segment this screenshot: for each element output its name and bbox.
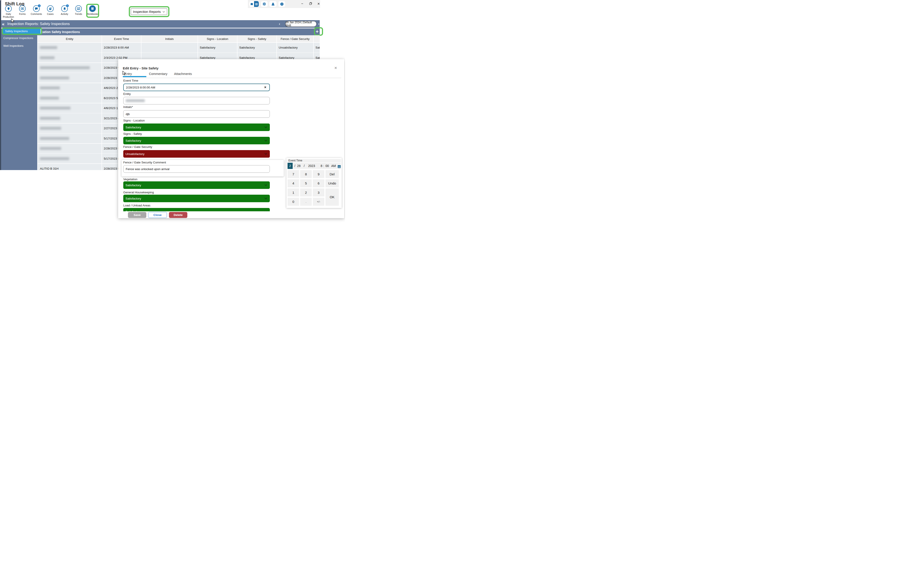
keypad-minute-segment[interactable]: 00: [325, 163, 329, 169]
general-housekeeping-label: General Housekeeping: [123, 191, 154, 194]
help-button[interactable]: ?: [278, 1, 285, 7]
redacted-entity-value: [40, 127, 61, 130]
fence-gate-security-label: Fence / Gate Security: [123, 145, 152, 149]
key-8[interactable]: 8: [300, 170, 312, 178]
keypad-date-row: 2 / 28 / 2023 8 : 00 AM: [288, 163, 341, 169]
app-window: Shift Log Daily Production Forms ! Comme…: [0, 0, 345, 223]
key-0[interactable]: 0: [288, 198, 299, 206]
map-pin-icon: [5, 5, 12, 12]
key-undo[interactable]: Undo: [325, 179, 339, 187]
key-1[interactable]: 1: [288, 189, 299, 196]
entity-redacted-value: [126, 99, 145, 102]
signs-safety-select[interactable]: Satisfactory: [123, 137, 270, 144]
workbook-selector-highlight-annotation: [129, 6, 170, 17]
keypad-day-segment[interactable]: 28: [297, 163, 300, 169]
key-ok[interactable]: OK: [325, 189, 339, 206]
close-button[interactable]: Close: [148, 212, 167, 218]
toolbar-item-forms[interactable]: Forms: [15, 5, 29, 16]
column-header-initials[interactable]: Initials: [141, 35, 197, 42]
table-cell-entity: [38, 123, 102, 133]
fence-comment-label: Fence / Gate Security Comment: [123, 161, 166, 164]
key-9[interactable]: 9: [313, 170, 325, 178]
table-cell-event-time: 2/28/2023 8:00 AM: [102, 43, 141, 53]
tab-attachments[interactable]: Attachments: [174, 72, 192, 76]
key-7[interactable]: 7: [288, 170, 299, 178]
close-window-button[interactable]: ×: [316, 1, 321, 6]
date-shift-pill[interactable]: 16 Jan 2024 | Default Shift: [285, 21, 317, 27]
road-button[interactable]: [270, 1, 276, 7]
add-entry-highlight-annotation: [314, 27, 323, 36]
toolbar-item-trends[interactable]: Trends: [71, 5, 86, 16]
entity-input[interactable]: [123, 97, 270, 105]
key-6[interactable]: 6: [313, 179, 325, 187]
redacted-entity-value: [40, 46, 57, 49]
toolbar-item-activity[interactable]: ! Activity: [57, 5, 72, 16]
toolbar-item-label: Activity: [57, 13, 72, 16]
modal-close-icon[interactable]: ×: [334, 65, 337, 71]
keypad-month-segment[interactable]: 2: [288, 163, 292, 169]
table-cell-entity: [38, 103, 102, 113]
entity-label: Entity: [123, 92, 131, 95]
vegetation-select[interactable]: Satisfactory: [123, 181, 270, 189]
mouse-cursor: [122, 71, 126, 75]
delete-button[interactable]: Delete: [169, 212, 187, 218]
key-3[interactable]: 3: [313, 189, 325, 196]
view-toggle-button[interactable]: [249, 1, 259, 7]
initials-input[interactable]: djb: [123, 110, 270, 118]
key-2[interactable]: 2: [300, 189, 312, 196]
minimize-button[interactable]: −: [300, 1, 305, 6]
redacted-entity-value: [40, 97, 59, 100]
fence-gate-security-select[interactable]: Unsatisfactory: [123, 150, 270, 158]
collapse-back-icon[interactable]: «: [2, 21, 5, 27]
table-cell-initials: [141, 43, 197, 53]
event-time-input[interactable]: 2/28/2023 8:00:00 AM ×: [123, 84, 270, 91]
column-header-fence-gate-security[interactable]: Fence / Gate Security: [277, 35, 313, 42]
key-plus-minus[interactable]: +/-: [313, 198, 325, 206]
toolbar-item-daily-production[interactable]: Daily Production: [1, 5, 16, 18]
redacted-entity-value: [40, 107, 71, 110]
key-decimal[interactable]: .: [300, 198, 312, 206]
restore-button[interactable]: [308, 1, 313, 6]
mouse-cursor: [11, 19, 15, 23]
key-5[interactable]: 5: [300, 179, 312, 187]
signs-location-select[interactable]: Satisfactory: [123, 123, 270, 131]
column-header-signs-safety[interactable]: Signs - Safety: [237, 35, 276, 42]
chevron-down-icon: [265, 140, 267, 141]
sidebar-item-compressor-inspections[interactable]: Compressor Inspections: [3, 37, 33, 40]
column-header-signs-location[interactable]: Signs - Location: [198, 35, 237, 42]
table-cell-entity: [38, 144, 102, 153]
column-header-extra[interactable]: [314, 35, 320, 42]
sidebar-item-well-inspections[interactable]: Well Inspections: [3, 44, 24, 47]
key-4[interactable]: 4: [288, 179, 299, 187]
key-del[interactable]: Del: [325, 170, 339, 178]
column-header-event-time[interactable]: Event Time: [102, 35, 141, 42]
road-icon: [271, 2, 275, 6]
table-cell-signs-location: Satisfactory: [198, 43, 237, 53]
modal-footer: Save Close Delete: [118, 211, 287, 218]
calendar-icon[interactable]: [338, 164, 341, 170]
keypad-hour-segment[interactable]: 8: [321, 163, 322, 169]
fence-comment-input[interactable]: Fence was unlocked upon arrival: [123, 165, 270, 173]
table-cell-entity: [38, 93, 102, 103]
column-header-entity[interactable]: Entity: [38, 35, 102, 42]
table-cell-entity: [38, 83, 102, 93]
next-day-button[interactable]: ›: [318, 22, 319, 26]
general-housekeeping-select[interactable]: Satisfactory: [123, 195, 270, 202]
trends-icon: [75, 5, 82, 12]
save-button[interactable]: Save: [128, 212, 146, 218]
clear-event-time-icon[interactable]: ×: [264, 86, 266, 89]
table-row[interactable]: 2/28/2023 8:00 AMSatisfactorySatisfactor…: [38, 43, 320, 53]
svg-text:?: ?: [281, 3, 283, 5]
toolbar-item-comments[interactable]: ! Comments: [29, 5, 44, 16]
keypad-ampm-segment[interactable]: AM: [331, 163, 336, 169]
keypad-grid: 7 8 9 Del 4 5 6 Undo 1 2 3 OK 0 . +/-: [288, 170, 339, 206]
tab-commentary[interactable]: Commentary: [149, 72, 167, 76]
prev-day-button[interactable]: ‹: [279, 22, 280, 26]
toolbar-item-label: Trends: [71, 13, 86, 16]
event-time-label: Event Time: [123, 79, 138, 82]
keypad-title: Event Time: [288, 159, 341, 162]
redacted-entity-value: [40, 86, 60, 89]
keypad-year-segment[interactable]: 2023: [308, 163, 315, 169]
settings-button[interactable]: [261, 1, 268, 7]
toolbar-item-cases[interactable]: Cases: [43, 5, 57, 16]
